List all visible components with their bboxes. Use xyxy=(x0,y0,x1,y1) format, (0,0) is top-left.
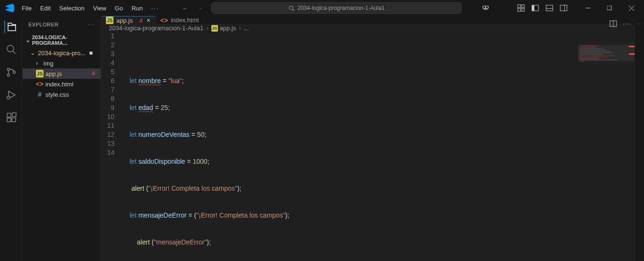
line-number: 3 xyxy=(101,50,114,59)
menu-go[interactable]: Go xyxy=(111,3,127,14)
svg-rect-12 xyxy=(560,5,567,11)
search-activity-icon[interactable] xyxy=(5,43,17,56)
main-layout: EXPLORER ··· ⌄ 2034-LOGICA-PROGRAMA... ⌄… xyxy=(0,16,644,261)
code-line: let numeroDeVentas = 50; xyxy=(130,130,635,139)
error-marker[interactable] xyxy=(629,53,635,55)
editor-more-icon[interactable]: ··· xyxy=(623,20,631,27)
line-number: 14 xyxy=(101,148,114,157)
line-number: 1 xyxy=(101,32,114,41)
menu-more-icon[interactable]: ··· xyxy=(148,3,163,14)
svg-point-18 xyxy=(7,45,14,52)
source-control-icon[interactable] xyxy=(5,66,17,78)
line-gutter: 1 2 3 4 5 6 7 8 9 10 11 12 13 14 xyxy=(101,32,123,261)
sidebar-header: EXPLORER ··· xyxy=(23,16,101,33)
layout-sidebar-right-icon[interactable] xyxy=(560,4,567,12)
extensions-icon[interactable] xyxy=(5,111,17,124)
sidebar: EXPLORER ··· ⌄ 2034-LOGICA-PROGRAMA... ⌄… xyxy=(23,16,101,261)
code-line xyxy=(130,50,635,59)
breadcrumb-file[interactable]: app.js xyxy=(220,25,236,32)
tree-file-appjs[interactable]: JS app.js 4 xyxy=(23,68,101,79)
breadcrumb-symbol[interactable]: ... xyxy=(244,25,249,32)
code-line: let mensajeDeError = ("¡Error! Completa … xyxy=(130,211,635,220)
tree-label: style.css xyxy=(45,91,69,98)
menu-bar: File Edit Selection View Go Run ··· xyxy=(18,3,163,14)
nav-arrows: ← → xyxy=(182,5,203,12)
svg-rect-27 xyxy=(12,113,16,117)
svg-rect-24 xyxy=(7,113,11,117)
workspace-root[interactable]: ⌄ 2034-LOGICA-PROGRAMA... xyxy=(23,33,101,48)
right-rail-more-icon[interactable]: ··· xyxy=(636,21,642,26)
close-icon[interactable]: × xyxy=(147,17,150,24)
layout-customize-icon[interactable] xyxy=(517,4,525,12)
js-file-icon: JS xyxy=(36,70,44,77)
chevron-right-icon: › xyxy=(206,25,208,32)
menu-selection[interactable]: Selection xyxy=(55,3,88,14)
split-editor-icon[interactable] xyxy=(609,20,617,27)
editor-area: JS app.js 4 × <> index.html ··· 2034-log… xyxy=(101,16,635,261)
code-line: let saldoDisponible = 1000; xyxy=(130,157,635,166)
tree-folder-sub[interactable]: ⌄ 2034-logica-pro... xyxy=(23,48,101,58)
svg-point-20 xyxy=(7,68,9,71)
layout-panel-icon[interactable] xyxy=(546,4,553,12)
line-number: 7 xyxy=(101,85,114,94)
nav-forward-icon[interactable]: → xyxy=(197,5,203,12)
line-number: 2 xyxy=(101,41,114,50)
menu-view[interactable]: View xyxy=(89,3,110,14)
maximize-button[interactable] xyxy=(599,0,620,16)
command-center[interactable]: 2034-logica-programacion-1-Aula1 xyxy=(211,2,462,14)
error-marker[interactable] xyxy=(629,46,635,47)
svg-point-0 xyxy=(289,6,293,9)
svg-rect-10 xyxy=(546,5,553,11)
minimize-button[interactable] xyxy=(577,0,599,16)
minimap-viewport[interactable] xyxy=(578,45,635,61)
line-number: 8 xyxy=(101,94,114,103)
chevron-right-icon: › xyxy=(36,60,42,67)
tree-label: index.html xyxy=(45,81,73,88)
menu-run[interactable]: Run xyxy=(128,3,147,14)
tab-indexhtml[interactable]: <> index.html xyxy=(156,16,204,24)
explorer-more-icon[interactable]: ··· xyxy=(88,22,95,27)
close-button[interactable] xyxy=(620,0,642,16)
line-number: 4 xyxy=(101,59,114,67)
line-number: 9 xyxy=(101,103,114,112)
tree-file-stylecss[interactable]: # style.css xyxy=(23,89,101,100)
breadcrumb[interactable]: 2034-logica-programacion-1-Aula1 › JS ap… xyxy=(101,25,635,32)
line-number: 6 xyxy=(101,76,114,85)
tab-label: index.html xyxy=(171,17,199,24)
layout-sidebar-left-icon[interactable] xyxy=(531,4,539,12)
code-content[interactable]: let nombre = "lua"; let edad = 25; let n… xyxy=(123,32,635,261)
run-debug-icon[interactable] xyxy=(5,89,17,101)
title-right-icons xyxy=(481,4,567,12)
activity-bar xyxy=(0,16,23,261)
file-tree: ⌄ 2034-logica-pro... › img JS app.js 4 <… xyxy=(23,48,101,100)
svg-rect-26 xyxy=(12,118,16,122)
svg-line-19 xyxy=(13,51,16,54)
menu-file[interactable]: File xyxy=(18,3,35,14)
right-activity-bar: ··· xyxy=(635,16,644,261)
svg-point-3 xyxy=(486,6,488,9)
menu-edit[interactable]: Edit xyxy=(36,3,54,14)
breadcrumb-folder[interactable]: 2034-logica-programacion-1-Aula1 xyxy=(109,25,203,32)
svg-rect-6 xyxy=(518,8,521,11)
tab-error-count: 4 xyxy=(139,17,143,24)
svg-rect-7 xyxy=(522,8,524,11)
error-count: 4 xyxy=(92,70,95,77)
nav-back-icon[interactable]: ← xyxy=(182,5,188,12)
code-editor[interactable]: 1 2 3 4 5 6 7 8 9 10 11 12 13 14 let nom… xyxy=(101,32,635,261)
minimap[interactable] xyxy=(578,45,635,120)
tree-file-indexhtml[interactable]: <> index.html xyxy=(23,79,101,89)
js-file-icon: JS xyxy=(211,25,218,32)
tab-appjs[interactable]: JS app.js 4 × xyxy=(101,16,156,24)
svg-line-1 xyxy=(293,9,294,10)
explorer-icon[interactable] xyxy=(4,21,17,33)
line-number: 10 xyxy=(101,112,114,121)
code-line: let edad = 25; xyxy=(130,103,635,112)
svg-rect-15 xyxy=(607,6,611,10)
copilot-icon[interactable] xyxy=(481,4,490,12)
tree-folder-img[interactable]: › img xyxy=(23,58,101,68)
modified-dot-icon xyxy=(89,51,93,55)
svg-point-2 xyxy=(483,6,486,9)
svg-point-22 xyxy=(13,71,15,74)
workspace-root-label: 2034-LOGICA-PROGRAMA... xyxy=(32,34,101,46)
search-icon xyxy=(288,5,295,11)
